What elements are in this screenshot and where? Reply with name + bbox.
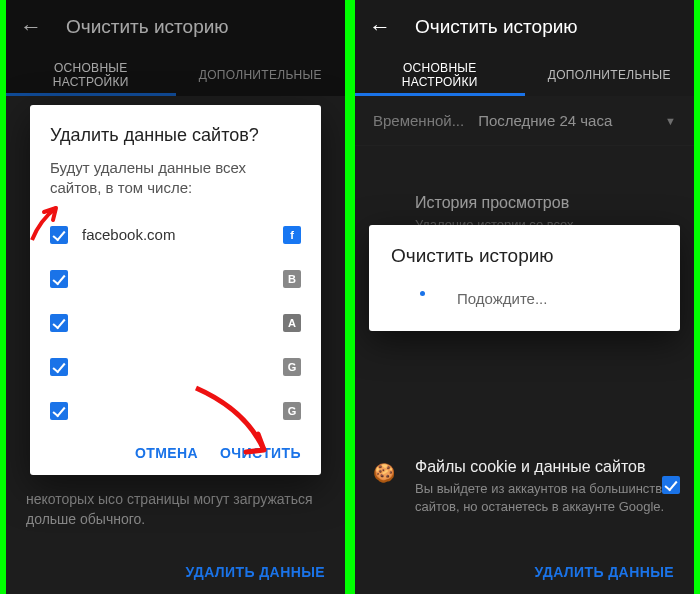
checkbox-icon[interactable] <box>50 402 68 420</box>
site-row: facebook.com f <box>50 213 301 257</box>
tab-basic[interactable]: ОСНОВНЫЕ НАСТРОЙКИ <box>355 54 525 96</box>
cookies-section[interactable]: 🍪 Файлы cookie и данные сайтов Вы выйдет… <box>355 440 694 529</box>
dialog-buttons: ОТМЕНА ОЧИСТИТЬ <box>50 433 301 467</box>
tab-advanced[interactable]: ДОПОЛНИТЕЛЬНЫЕ <box>525 54 695 96</box>
dialog-title: Удалить данные сайтов? <box>50 125 301 146</box>
clear-button[interactable]: ОЧИСТИТЬ <box>220 445 301 461</box>
favicon-icon: A <box>283 314 301 332</box>
favicon-icon: G <box>283 402 301 420</box>
page-title: Очистить историю <box>415 16 578 38</box>
checkbox-icon[interactable] <box>50 314 68 332</box>
toolbar: ← Очистить историю <box>355 0 694 54</box>
checkbox-icon[interactable] <box>50 270 68 288</box>
favicon-facebook-icon: f <box>283 226 301 244</box>
progress-dialog: Очистить историю Подождите... <box>369 225 680 331</box>
delete-data-button[interactable]: УДАЛИТЬ ДАННЫЕ <box>185 564 325 580</box>
favicon-icon: B <box>283 270 301 288</box>
site-label: facebook.com <box>82 226 269 243</box>
checkbox-icon[interactable] <box>662 476 680 494</box>
wait-row: Подождите... <box>391 287 658 309</box>
site-row: G <box>50 345 301 389</box>
checkbox-icon[interactable] <box>50 358 68 376</box>
favicon-icon: G <box>283 358 301 376</box>
site-row: B <box>50 257 301 301</box>
spinner-icon <box>411 287 433 309</box>
section-title: Файлы cookie и данные сайтов <box>415 458 676 476</box>
confirm-dialog: Удалить данные сайтов? Будут удалены дан… <box>30 105 321 475</box>
delete-data-button[interactable]: УДАЛИТЬ ДАННЫЕ <box>534 564 674 580</box>
cancel-button[interactable]: ОТМЕНА <box>135 445 198 461</box>
site-row: A <box>50 301 301 345</box>
dialog-description: Будут удалены данные всех сайтов, в том … <box>50 158 301 199</box>
section-subtitle: Вы выйдете из аккаунтов на большинстве с… <box>415 480 676 515</box>
screenshot-right: ← Очистить историю ОСНОВНЫЕ НАСТРОЙКИ ДО… <box>355 0 694 594</box>
background-text: некоторых ысо страницы могут загружаться… <box>26 490 325 529</box>
screenshot-left: ← Очистить историю ОСНОВНЫЕ НАСТРОЙКИ ДО… <box>6 0 345 594</box>
dialog-title: Очистить историю <box>391 245 658 267</box>
back-icon[interactable]: ← <box>369 14 391 40</box>
tabs: ОСНОВНЫЕ НАСТРОЙКИ ДОПОЛНИТЕЛЬНЫЕ <box>355 54 694 96</box>
site-row: G <box>50 389 301 433</box>
cookie-icon: 🍪 <box>373 462 395 484</box>
wait-text: Подождите... <box>457 290 547 307</box>
checkbox-icon[interactable] <box>50 226 68 244</box>
